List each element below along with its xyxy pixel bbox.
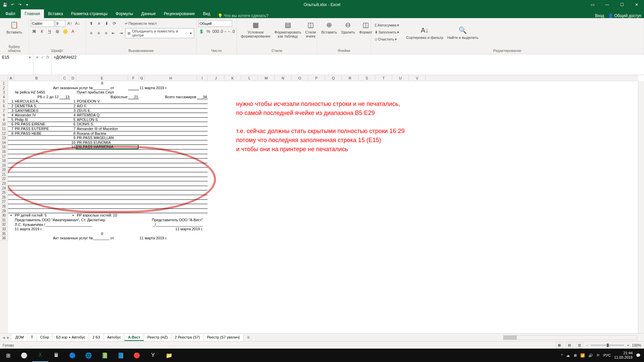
comma-icon[interactable]: 000 bbox=[212, 28, 219, 35]
autosum-button[interactable]: Σ Автосумма ▾ bbox=[373, 22, 401, 28]
wrap-text-button[interactable]: ↵ Перенести текст bbox=[123, 20, 159, 27]
clear-button[interactable]: ◇ Очистить ▾ bbox=[373, 36, 401, 43]
calculator-icon[interactable]: 🖩 bbox=[48, 349, 64, 362]
opera-icon[interactable]: 🔴 bbox=[129, 349, 145, 362]
sheet-tab[interactable]: Реестр (HZ) bbox=[144, 334, 171, 341]
indent-inc-icon[interactable]: ⇥ bbox=[118, 30, 124, 37]
align-middle-icon[interactable]: ≡ bbox=[96, 20, 102, 27]
align-right-icon[interactable]: ≡ bbox=[103, 30, 109, 37]
horizontal-scrollbar[interactable] bbox=[503, 335, 637, 340]
sheet-tab[interactable]: 2 Реестра (S7) bbox=[171, 334, 204, 341]
fill-button[interactable]: ⬇ Заполнить ▾ bbox=[373, 29, 401, 36]
insert-cells-button[interactable]: ⊕Вставить bbox=[319, 19, 339, 46]
dec-decimal-icon[interactable]: ←.0 bbox=[228, 28, 234, 35]
find-select-button[interactable]: 🔍Найти и выделить bbox=[445, 24, 480, 40]
zoom-in-icon[interactable]: + bbox=[627, 343, 629, 347]
tell-me[interactable]: 💡Что вы хотите сделать? bbox=[218, 13, 269, 18]
new-sheet-icon[interactable]: ⊕ bbox=[244, 335, 253, 340]
share-button[interactable]: 👤 Общий доступ bbox=[608, 13, 641, 18]
save-icon[interactable]: 💾 bbox=[2, 2, 8, 8]
sheet-tab[interactable]: Т bbox=[28, 334, 37, 341]
name-box-input[interactable] bbox=[2, 55, 29, 60]
tab-review[interactable]: Рецензирование bbox=[160, 9, 199, 18]
italic-icon[interactable]: К bbox=[39, 28, 45, 35]
app-icon-2[interactable]: 📗 bbox=[97, 349, 113, 362]
tray-volume-icon[interactable]: 🔊 bbox=[588, 353, 593, 358]
tab-data[interactable]: Данные bbox=[137, 9, 160, 18]
zoom-slider[interactable] bbox=[591, 345, 624, 346]
align-top-icon[interactable]: ⬆ bbox=[88, 20, 95, 27]
sheet-tab[interactable]: Автобус bbox=[104, 334, 125, 341]
start-button[interactable]: ⊞ bbox=[0, 349, 16, 362]
font-color-icon[interactable]: A bbox=[69, 28, 76, 35]
app-icon-3[interactable]: 📘 bbox=[113, 349, 129, 362]
tray-wifi-icon[interactable]: 📶 bbox=[580, 353, 585, 358]
view-pagebreak-icon[interactable]: ▥ bbox=[576, 342, 583, 348]
indent-dec-icon[interactable]: ⇤ bbox=[110, 30, 117, 37]
align-center-icon[interactable]: ≡ bbox=[95, 30, 102, 37]
shrink-font-icon[interactable]: A↓ bbox=[74, 20, 81, 27]
sheet-tab[interactable]: БЗ кор + Автобус bbox=[53, 334, 89, 341]
merge-center-button[interactable]: ⊞ Объединить и поместить в центре ▾ bbox=[125, 28, 194, 38]
format-table-button[interactable]: ▤Форматировать как таблицу bbox=[272, 19, 303, 46]
paste-button[interactable]: 📋Вставить bbox=[2, 19, 26, 35]
zoom-out-icon[interactable]: − bbox=[586, 343, 588, 347]
fill-color-icon[interactable]: 🟡 bbox=[62, 28, 68, 35]
underline-icon[interactable]: Ч bbox=[46, 28, 53, 35]
border-icon[interactable]: ⊞ bbox=[54, 28, 61, 35]
grow-font-icon[interactable]: A↑ bbox=[66, 20, 73, 27]
tab-pagelayout[interactable]: Разметка страницы bbox=[67, 9, 112, 18]
taskbar-clock[interactable]: 21:44 11.03.2019 bbox=[614, 351, 633, 360]
qat-more-icon[interactable]: ▾ bbox=[24, 2, 30, 8]
sheet-tab[interactable]: Сбор bbox=[37, 334, 53, 341]
row-headers[interactable]: 1234567891011121314151617181920212223242… bbox=[0, 81, 8, 333]
vertical-scrollbar[interactable] bbox=[638, 81, 644, 333]
undo-icon[interactable]: ↶ bbox=[9, 2, 15, 8]
cancel-formula-icon[interactable]: ✕ bbox=[36, 55, 39, 60]
maximize-icon[interactable]: ☐ bbox=[614, 0, 629, 9]
search-icon[interactable]: ⚪ bbox=[16, 349, 32, 362]
delete-cells-button[interactable]: ⊖Удалить bbox=[339, 19, 357, 46]
cell-styles-button[interactable]: ◫Стили ячеек bbox=[303, 19, 318, 46]
ribbon-options-icon[interactable]: ▭ bbox=[585, 0, 600, 9]
explorer-icon[interactable]: 📁 bbox=[161, 349, 177, 362]
column-headers[interactable]: ABCDEFGHIJKLMNOPQRSTUV bbox=[8, 75, 638, 81]
font-size-select[interactable] bbox=[55, 20, 65, 27]
fx-icon[interactable]: fx bbox=[46, 55, 49, 60]
cond-format-button[interactable]: ▦Условное форматирование bbox=[239, 19, 272, 46]
excel-taskbar-icon[interactable]: X bbox=[32, 349, 48, 362]
number-format-select[interactable] bbox=[199, 20, 232, 27]
tab-formulas[interactable]: Формулы bbox=[112, 9, 137, 18]
signin-link[interactable]: Вход bbox=[595, 13, 604, 18]
tray-cloud-icon[interactable]: ☁ bbox=[566, 353, 570, 358]
tab-view[interactable]: Вид bbox=[199, 9, 214, 18]
close-icon[interactable]: ✕ bbox=[629, 0, 644, 9]
tab-file[interactable]: Файл bbox=[0, 9, 21, 18]
sheet-tab[interactable]: А-Вест bbox=[124, 334, 144, 341]
font-name-select[interactable] bbox=[31, 20, 54, 27]
hscroll-thumb[interactable] bbox=[503, 336, 517, 340]
sheet-nav-next-icon[interactable]: ► bbox=[6, 336, 10, 340]
tray-up-icon[interactable]: ^ bbox=[561, 353, 563, 357]
sheet-tab[interactable]: Реестр (S7 увелич) bbox=[204, 334, 244, 341]
tab-home[interactable]: Главная bbox=[21, 9, 44, 18]
inc-decimal-icon[interactable]: .0→ bbox=[220, 28, 227, 35]
tray-lang[interactable]: РУС bbox=[603, 353, 611, 357]
select-all-button[interactable] bbox=[0, 75, 8, 81]
zoom-level[interactable]: 100% bbox=[632, 343, 641, 347]
sheet-tab[interactable]: 2 БЗ bbox=[89, 334, 104, 341]
tray-flag-icon[interactable]: 🏳 bbox=[596, 353, 600, 357]
notifications-icon[interactable]: 💬 bbox=[636, 353, 641, 358]
zoom-thumb[interactable] bbox=[607, 344, 609, 347]
formula-input[interactable] bbox=[54, 55, 642, 60]
align-left-icon[interactable]: ≡ bbox=[88, 30, 94, 37]
currency-icon[interactable]: 💲 bbox=[199, 28, 205, 35]
tray-monitor-icon[interactable]: 🖥 bbox=[573, 353, 577, 357]
cells-canvas[interactable]: нужно чтобы исчезали полностью строки и … bbox=[8, 81, 638, 333]
sort-filter-button[interactable]: A↓Сортировка и фильтр bbox=[404, 24, 445, 40]
app-icon-1[interactable]: 🔵 bbox=[64, 349, 80, 362]
chrome-icon[interactable]: 🌐 bbox=[80, 349, 97, 362]
enter-formula-icon[interactable]: ✓ bbox=[41, 55, 44, 60]
align-bottom-icon[interactable]: ⬇ bbox=[103, 20, 110, 27]
sheet-nav-prev-icon[interactable]: ◄ bbox=[2, 336, 6, 340]
